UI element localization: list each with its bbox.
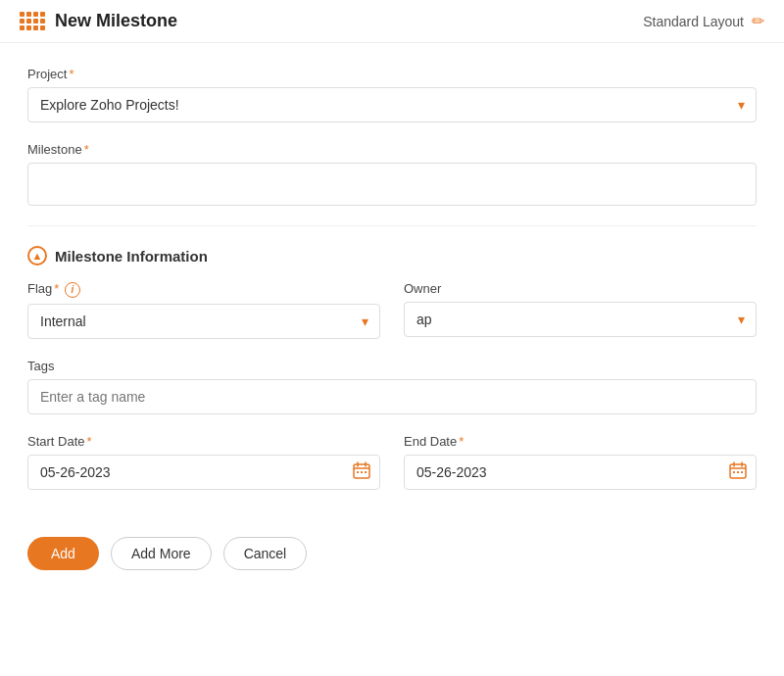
tags-label: Tags (27, 359, 757, 373)
milestone-group: Milestone* (27, 142, 757, 206)
start-date-input[interactable] (27, 455, 380, 490)
project-required: * (69, 67, 74, 81)
add-button[interactable]: Add (27, 537, 99, 570)
end-date-required: * (459, 434, 464, 449)
layout-label: Standard Layout (643, 14, 744, 29)
flag-owner-row: Flag* i Internal ▾ Owner ap ▾ (27, 281, 757, 359)
flag-select[interactable]: Internal (27, 304, 380, 339)
main-content: Project* Explore Zoho Projects! ▾ Milest… (0, 43, 784, 594)
end-date-group: End Date* (404, 434, 757, 490)
tags-group: Tags (27, 359, 757, 414)
flag-info-icon[interactable]: i (65, 282, 80, 298)
section-toggle-button[interactable]: ▲ (27, 246, 47, 266)
tags-input[interactable] (27, 379, 757, 414)
page-title: New Milestone (55, 11, 177, 31)
header-right: Standard Layout ✏ (643, 12, 764, 30)
flag-label: Flag* i (27, 281, 380, 298)
milestone-input[interactable] (27, 163, 757, 206)
add-more-button[interactable]: Add More (111, 537, 212, 570)
page-header: New Milestone Standard Layout ✏ (0, 0, 784, 43)
project-select[interactable]: Explore Zoho Projects! (27, 87, 757, 122)
start-date-wrapper (27, 455, 380, 490)
start-date-required: * (87, 434, 92, 449)
owner-select[interactable]: ap (404, 302, 757, 337)
milestone-required: * (84, 142, 89, 157)
owner-group: Owner ap ▾ (404, 281, 757, 339)
project-select-wrapper: Explore Zoho Projects! ▾ (27, 87, 757, 122)
owner-select-wrapper: ap ▾ (404, 302, 757, 337)
milestone-info-section-header: ▲ Milestone Information (27, 242, 757, 266)
flag-select-wrapper: Internal ▾ (27, 304, 380, 339)
toggle-up-icon: ▲ (32, 250, 43, 262)
end-date-input[interactable] (404, 455, 757, 490)
end-date-label: End Date* (404, 434, 757, 449)
flag-group: Flag* i Internal ▾ (27, 281, 380, 339)
project-group: Project* Explore Zoho Projects! ▾ (27, 67, 757, 122)
end-date-wrapper (404, 455, 757, 490)
dates-row: Start Date* (27, 434, 757, 509)
section-divider (27, 225, 757, 226)
flag-required: * (54, 281, 59, 296)
project-label: Project* (27, 67, 757, 81)
section-title: Milestone Information (55, 248, 208, 265)
start-date-group: Start Date* (27, 434, 380, 490)
milestone-label: Milestone* (27, 142, 757, 157)
header-left: New Milestone (20, 11, 177, 31)
button-row: Add Add More Cancel (27, 537, 757, 570)
owner-label: Owner (404, 281, 757, 296)
start-date-label: Start Date* (27, 434, 380, 449)
cancel-button[interactable]: Cancel (223, 537, 308, 570)
grid-icon (20, 12, 45, 30)
edit-layout-icon[interactable]: ✏ (752, 12, 764, 30)
